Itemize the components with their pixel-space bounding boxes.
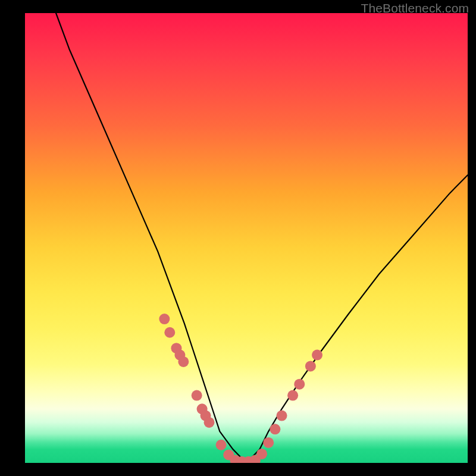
left-arm-markers-point	[178, 356, 189, 367]
left-arm-markers-point	[164, 327, 175, 338]
series-lines	[56, 13, 468, 463]
series-markers	[159, 314, 322, 463]
right-arm-markers-point	[294, 379, 305, 390]
right-arm-markers-point	[287, 390, 298, 401]
left-arm-markers-point	[216, 440, 227, 450]
curve-layer	[25, 13, 468, 463]
plot-area	[25, 13, 468, 463]
right-arm-markers-point	[270, 424, 280, 434]
chart-svg	[25, 13, 468, 463]
left-arm-markers-point	[204, 417, 215, 428]
chart-stage: TheBottleneck.com	[0, 0, 476, 476]
left-arm-markers-point	[192, 390, 202, 401]
right-arm-markers-point	[312, 350, 322, 361]
left-arm-markers-point	[159, 314, 170, 324]
right-arm-markers-point	[263, 437, 274, 448]
watermark-text: TheBottleneck.com	[361, 1, 469, 15]
right-arm-markers-point	[305, 361, 316, 371]
right-arm-markers-point	[277, 411, 287, 421]
bottleneck-curve	[56, 13, 468, 463]
right-arm-markers-point	[256, 449, 267, 459]
